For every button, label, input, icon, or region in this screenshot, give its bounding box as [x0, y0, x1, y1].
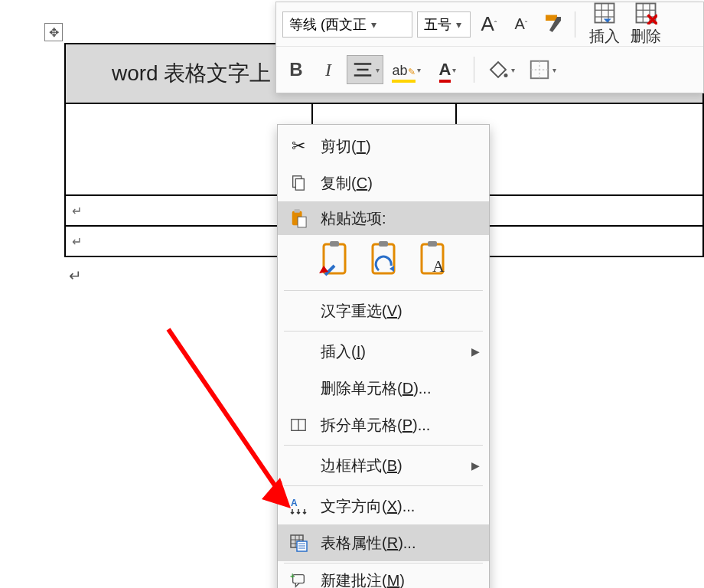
ctx-reconvert[interactable]: 汉字重选(V) — [278, 292, 489, 329]
ctx-copy-key: C — [357, 175, 367, 191]
insert-table-icon — [593, 2, 616, 24]
ctx-border-style-label: 边框样式 — [321, 457, 382, 474]
ctx-delete-cells-key: D — [403, 380, 413, 397]
chevron-down-icon: ▾ — [452, 66, 456, 74]
chevron-down-icon: ▾ — [376, 66, 380, 74]
borders-icon — [528, 58, 551, 81]
ctx-text-direction-label: 文字方向 — [321, 498, 382, 514]
submenu-arrow-icon: ▶ — [471, 459, 480, 472]
ctx-cut-label: 剪切 — [321, 138, 351, 155]
ctx-text-direction[interactable]: A 文字方向(X)... — [278, 488, 489, 524]
ctx-cut[interactable]: ✂ 剪切(T) — [278, 128, 489, 165]
para-mark-icon: ↵ — [72, 235, 82, 248]
ctx-insert[interactable]: 插入(I) ▶ — [278, 333, 489, 370]
table-cell[interactable]: ↵ — [65, 226, 312, 256]
split-cells-icon — [288, 416, 308, 433]
ctx-split-cells-label: 拆分单元格 — [321, 416, 397, 433]
scissors-icon: ✂ — [288, 136, 308, 156]
format-painter-button[interactable] — [539, 10, 567, 39]
font-family-combo[interactable]: 等线 (西文正 ▾ — [282, 11, 412, 38]
delete-table-icon — [634, 2, 657, 24]
svg-text:A: A — [291, 498, 298, 508]
chevron-down-icon: ▾ — [451, 18, 465, 31]
ctx-new-comment-key: M — [387, 572, 400, 589]
ctx-split-cells[interactable]: 拆分单元格(P)... — [278, 407, 489, 443]
submenu-arrow-icon: ▶ — [471, 345, 480, 358]
svg-rect-22 — [295, 209, 300, 213]
svg-rect-24 — [324, 244, 345, 273]
borders-button[interactable]: ▾ — [523, 55, 560, 84]
svg-rect-20 — [295, 179, 304, 191]
bold-button[interactable]: B — [282, 55, 310, 84]
svg-text:A: A — [432, 256, 445, 276]
increase-font-icon: A — [481, 12, 494, 36]
ctx-reconvert-key: V — [387, 302, 397, 319]
highlight-underline — [392, 80, 415, 83]
font-size-combo[interactable]: 五号 ▾ — [417, 11, 471, 38]
ctx-split-cells-key: P — [403, 416, 412, 433]
svg-point-15 — [504, 74, 507, 77]
ctx-border-style[interactable]: 边框样式(B) ▶ — [278, 447, 489, 484]
separator — [474, 57, 474, 83]
header-text: word 表格文字上 — [112, 61, 271, 85]
bucket-icon — [487, 58, 510, 81]
ctx-text-direction-key: X — [387, 498, 397, 514]
context-menu: ✂ 剪切(T) 复制(C) 粘贴选项: A 汉字重选(V) 插入(I) ▶ — [277, 124, 490, 588]
table-cell[interactable]: ↵ — [456, 195, 703, 226]
font-color-button[interactable]: A ▾ — [429, 55, 466, 84]
paste-keep-source[interactable] — [319, 240, 354, 278]
ctx-delete-cells[interactable]: 删除单元格(D)... — [278, 370, 489, 407]
italic-button[interactable]: I — [315, 55, 342, 84]
italic-icon: I — [325, 60, 331, 80]
ctx-delete-cells-label: 删除单元格 — [321, 380, 397, 397]
ctx-table-properties-label: 表格属性 — [321, 534, 382, 551]
highlight-color-button[interactable]: ab✎ ▾ — [388, 55, 425, 84]
ctx-copy-label: 复制 — [321, 175, 351, 191]
table-cell[interactable] — [456, 103, 703, 195]
svg-rect-23 — [298, 217, 306, 227]
insert-split-button[interactable]: 插入 — [589, 2, 620, 47]
ctx-new-comment[interactable]: + 新建批注(M) — [278, 565, 489, 588]
align-center-button[interactable]: ▾ — [347, 55, 383, 84]
ctx-new-comment-label: 新建批注 — [321, 572, 382, 589]
ctx-reconvert-label: 汉字重选 — [321, 302, 382, 319]
new-comment-icon: + — [288, 572, 308, 588]
separator — [284, 445, 483, 446]
paste-icon — [288, 208, 308, 228]
chevron-down-icon: ▾ — [552, 66, 556, 74]
ctx-paste-options-header: 粘贴选项: — [278, 201, 489, 235]
mini-toolbar: 等线 (西文正 ▾ 五号 ▾ Aˆ Aˇ 插入 删除 B I — [275, 2, 704, 93]
insert-label: 插入 — [589, 26, 620, 47]
font-family-value: 等线 (西文正 — [289, 15, 367, 34]
separator — [284, 485, 483, 486]
paste-merge-formatting[interactable] — [368, 240, 403, 278]
font-color-underline — [439, 80, 451, 83]
chevron-down-icon: ▾ — [367, 18, 380, 31]
ctx-insert-key: I — [357, 343, 361, 360]
table-cell[interactable]: ↵ — [456, 226, 703, 256]
table-cell[interactable] — [65, 103, 312, 195]
svg-rect-27 — [379, 241, 388, 247]
chevron-down-icon: ▾ — [511, 66, 515, 74]
svg-text:+: + — [290, 572, 295, 580]
separator — [284, 563, 483, 564]
svg-rect-29 — [428, 241, 437, 247]
increase-font-button[interactable]: Aˆ — [475, 10, 503, 39]
ctx-table-properties[interactable]: 表格属性(R)... — [278, 524, 489, 561]
align-center-icon — [351, 58, 374, 81]
ctx-paste-options-label: 粘贴选项: — [321, 208, 386, 229]
decrease-font-button[interactable]: Aˇ — [507, 10, 535, 39]
ctx-cut-key: T — [357, 138, 366, 155]
table-move-handle[interactable]: ✥ — [44, 23, 63, 41]
shading-button[interactable]: ▾ — [482, 55, 519, 84]
svg-rect-25 — [330, 241, 339, 247]
separator — [284, 290, 483, 291]
table-cell[interactable]: ↵ — [65, 195, 312, 226]
ctx-border-style-key: B — [387, 457, 397, 474]
text-direction-icon: A — [288, 497, 308, 515]
paste-text-only[interactable]: A — [417, 240, 452, 278]
ctx-copy[interactable]: 复制(C) — [278, 165, 489, 201]
bold-icon: B — [289, 59, 302, 80]
delete-split-button[interactable]: 删除 — [631, 2, 661, 47]
chevron-down-icon: ▾ — [417, 66, 421, 74]
